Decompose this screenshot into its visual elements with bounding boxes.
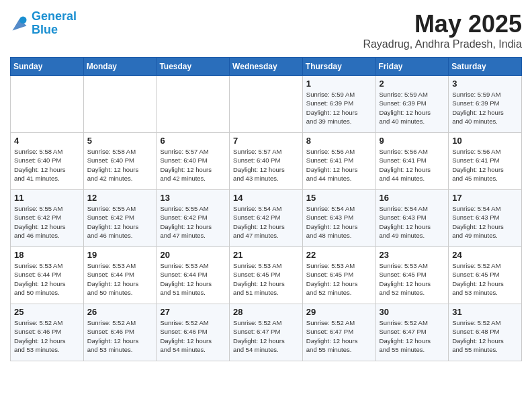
day-info: Sunrise: 5:56 AM Sunset: 6:41 PM Dayligh… <box>306 147 372 183</box>
day-number: 29 <box>306 307 372 317</box>
day-info: Sunrise: 5:57 AM Sunset: 6:40 PM Dayligh… <box>160 147 226 183</box>
calendar-table: SundayMondayTuesdayWednesdayThursdayFrid… <box>10 57 522 361</box>
calendar-cell: 24Sunrise: 5:52 AM Sunset: 6:45 PM Dayli… <box>449 247 522 304</box>
calendar-cell: 1Sunrise: 5:59 AM Sunset: 6:39 PM Daylig… <box>302 76 375 133</box>
calendar-cell: 15Sunrise: 5:54 AM Sunset: 6:43 PM Dayli… <box>302 190 375 247</box>
calendar-cell: 19Sunrise: 5:53 AM Sunset: 6:44 PM Dayli… <box>83 247 157 304</box>
weekday-header-tuesday: Tuesday <box>157 58 230 76</box>
day-number: 22 <box>306 250 372 260</box>
day-number: 9 <box>380 136 445 146</box>
day-number: 26 <box>87 307 153 317</box>
location: Rayadrug, Andhra Pradesh, India <box>363 38 522 50</box>
day-number: 14 <box>233 193 299 203</box>
calendar-week-4: 18Sunrise: 5:53 AM Sunset: 6:44 PM Dayli… <box>11 247 522 304</box>
day-number: 10 <box>452 136 518 146</box>
calendar-cell <box>230 76 303 133</box>
day-number: 16 <box>380 193 445 203</box>
day-number: 3 <box>452 79 518 89</box>
day-number: 4 <box>14 136 80 146</box>
day-number: 2 <box>380 79 445 89</box>
day-number: 19 <box>87 250 153 260</box>
day-info: Sunrise: 5:52 AM Sunset: 6:45 PM Dayligh… <box>452 261 518 297</box>
day-info: Sunrise: 5:54 AM Sunset: 6:43 PM Dayligh… <box>306 204 372 240</box>
day-info: Sunrise: 5:53 AM Sunset: 6:44 PM Dayligh… <box>14 261 80 297</box>
calendar-cell: 3Sunrise: 5:59 AM Sunset: 6:39 PM Daylig… <box>449 76 522 133</box>
day-number: 28 <box>233 307 299 317</box>
day-number: 17 <box>452 193 518 203</box>
day-info: Sunrise: 5:58 AM Sunset: 6:40 PM Dayligh… <box>14 147 80 183</box>
weekday-header-sunday: Sunday <box>11 58 84 76</box>
day-number: 23 <box>380 250 445 260</box>
day-info: Sunrise: 5:52 AM Sunset: 6:46 PM Dayligh… <box>87 318 153 354</box>
day-info: Sunrise: 5:52 AM Sunset: 6:48 PM Dayligh… <box>452 318 518 354</box>
day-number: 21 <box>233 250 299 260</box>
title-area: May 2025 Rayadrug, Andhra Pradesh, India <box>363 10 522 50</box>
svg-point-1 <box>19 16 27 24</box>
weekday-header-row: SundayMondayTuesdayWednesdayThursdayFrid… <box>11 58 522 76</box>
calendar-week-3: 11Sunrise: 5:55 AM Sunset: 6:42 PM Dayli… <box>11 190 522 247</box>
day-info: Sunrise: 5:53 AM Sunset: 6:45 PM Dayligh… <box>306 261 372 297</box>
day-info: Sunrise: 5:59 AM Sunset: 6:39 PM Dayligh… <box>380 90 445 126</box>
calendar-cell: 8Sunrise: 5:56 AM Sunset: 6:41 PM Daylig… <box>302 133 375 190</box>
calendar-cell: 21Sunrise: 5:53 AM Sunset: 6:45 PM Dayli… <box>230 247 303 304</box>
calendar-cell: 17Sunrise: 5:54 AM Sunset: 6:43 PM Dayli… <box>449 190 522 247</box>
day-number: 11 <box>14 193 80 203</box>
day-info: Sunrise: 5:52 AM Sunset: 6:47 PM Dayligh… <box>233 318 299 354</box>
day-info: Sunrise: 5:52 AM Sunset: 6:47 PM Dayligh… <box>380 318 445 354</box>
weekday-header-monday: Monday <box>83 58 157 76</box>
page-header: General Blue May 2025 Rayadrug, Andhra P… <box>10 10 522 50</box>
day-info: Sunrise: 5:52 AM Sunset: 6:46 PM Dayligh… <box>14 318 80 354</box>
day-info: Sunrise: 5:55 AM Sunset: 6:42 PM Dayligh… <box>160 204 226 240</box>
logo: General Blue <box>10 10 77 37</box>
calendar-cell: 28Sunrise: 5:52 AM Sunset: 6:47 PM Dayli… <box>230 304 303 361</box>
day-info: Sunrise: 5:59 AM Sunset: 6:39 PM Dayligh… <box>452 90 518 126</box>
day-number: 12 <box>87 193 153 203</box>
day-number: 7 <box>233 136 299 146</box>
day-info: Sunrise: 5:55 AM Sunset: 6:42 PM Dayligh… <box>14 204 80 240</box>
calendar-cell: 4Sunrise: 5:58 AM Sunset: 6:40 PM Daylig… <box>11 133 84 190</box>
day-number: 30 <box>380 307 445 317</box>
day-info: Sunrise: 5:54 AM Sunset: 6:43 PM Dayligh… <box>452 204 518 240</box>
calendar-cell: 23Sunrise: 5:53 AM Sunset: 6:45 PM Dayli… <box>375 247 449 304</box>
day-info: Sunrise: 5:53 AM Sunset: 6:44 PM Dayligh… <box>87 261 153 297</box>
day-info: Sunrise: 5:56 AM Sunset: 6:41 PM Dayligh… <box>452 147 518 183</box>
calendar-cell: 12Sunrise: 5:55 AM Sunset: 6:42 PM Dayli… <box>83 190 157 247</box>
day-info: Sunrise: 5:53 AM Sunset: 6:45 PM Dayligh… <box>233 261 299 297</box>
calendar-cell: 7Sunrise: 5:57 AM Sunset: 6:40 PM Daylig… <box>230 133 303 190</box>
calendar-cell: 9Sunrise: 5:56 AM Sunset: 6:41 PM Daylig… <box>375 133 449 190</box>
day-info: Sunrise: 5:57 AM Sunset: 6:40 PM Dayligh… <box>233 147 299 183</box>
calendar-cell: 29Sunrise: 5:52 AM Sunset: 6:47 PM Dayli… <box>302 304 375 361</box>
calendar-cell: 31Sunrise: 5:52 AM Sunset: 6:48 PM Dayli… <box>449 304 522 361</box>
calendar-cell: 22Sunrise: 5:53 AM Sunset: 6:45 PM Dayli… <box>302 247 375 304</box>
day-info: Sunrise: 5:53 AM Sunset: 6:44 PM Dayligh… <box>160 261 226 297</box>
calendar-cell: 27Sunrise: 5:52 AM Sunset: 6:46 PM Dayli… <box>157 304 230 361</box>
logo-text: General Blue <box>32 10 77 37</box>
day-info: Sunrise: 5:58 AM Sunset: 6:40 PM Dayligh… <box>87 147 153 183</box>
calendar-week-1: 1Sunrise: 5:59 AM Sunset: 6:39 PM Daylig… <box>11 76 522 133</box>
day-number: 18 <box>14 250 80 260</box>
day-number: 5 <box>87 136 153 146</box>
day-info: Sunrise: 5:56 AM Sunset: 6:41 PM Dayligh… <box>380 147 445 183</box>
weekday-header-friday: Friday <box>375 58 449 76</box>
logo-icon <box>10 14 29 33</box>
day-number: 25 <box>14 307 80 317</box>
calendar-cell: 5Sunrise: 5:58 AM Sunset: 6:40 PM Daylig… <box>83 133 157 190</box>
day-number: 31 <box>452 307 518 317</box>
weekday-header-wednesday: Wednesday <box>230 58 303 76</box>
day-number: 27 <box>160 307 226 317</box>
calendar-cell: 6Sunrise: 5:57 AM Sunset: 6:40 PM Daylig… <box>157 133 230 190</box>
day-info: Sunrise: 5:54 AM Sunset: 6:43 PM Dayligh… <box>380 204 445 240</box>
day-info: Sunrise: 5:55 AM Sunset: 6:42 PM Dayligh… <box>87 204 153 240</box>
day-info: Sunrise: 5:52 AM Sunset: 6:47 PM Dayligh… <box>306 318 372 354</box>
day-number: 15 <box>306 193 372 203</box>
day-number: 13 <box>160 193 226 203</box>
day-info: Sunrise: 5:53 AM Sunset: 6:45 PM Dayligh… <box>380 261 445 297</box>
calendar-cell: 25Sunrise: 5:52 AM Sunset: 6:46 PM Dayli… <box>11 304 84 361</box>
calendar-cell <box>11 76 84 133</box>
day-info: Sunrise: 5:59 AM Sunset: 6:39 PM Dayligh… <box>306 90 372 126</box>
day-number: 6 <box>160 136 226 146</box>
calendar-cell: 11Sunrise: 5:55 AM Sunset: 6:42 PM Dayli… <box>11 190 84 247</box>
calendar-cell: 20Sunrise: 5:53 AM Sunset: 6:44 PM Dayli… <box>157 247 230 304</box>
calendar-cell: 10Sunrise: 5:56 AM Sunset: 6:41 PM Dayli… <box>449 133 522 190</box>
calendar-week-5: 25Sunrise: 5:52 AM Sunset: 6:46 PM Dayli… <box>11 304 522 361</box>
